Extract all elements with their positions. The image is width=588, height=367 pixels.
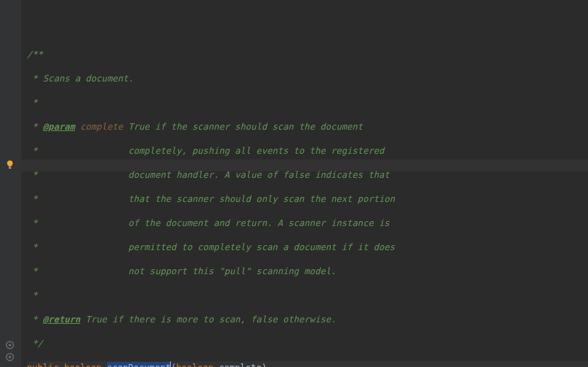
doc-line: *	[27, 97, 38, 108]
doc-line: * Scans a document.	[27, 73, 134, 84]
svg-rect-0	[9, 167, 11, 168]
bulb-icon[interactable]	[5, 159, 15, 169]
doc-line: *	[27, 193, 128, 204]
keyword-boolean: boolean	[64, 362, 102, 367]
doc-line: *	[27, 121, 43, 132]
doc-line: *	[27, 266, 128, 276]
implements-marker-icon[interactable]	[5, 340, 15, 350]
implements-marker-icon[interactable]	[5, 352, 15, 362]
method-name: scanDocument	[107, 362, 171, 367]
doc-line: *	[27, 218, 128, 228]
svg-rect-1	[9, 168, 11, 169]
keyword-public: public	[27, 362, 59, 367]
doc-line: *	[27, 169, 128, 180]
doc-param-name: complete	[80, 121, 123, 132]
doc-line: *	[27, 145, 128, 156]
doc-line: *	[27, 290, 38, 300]
code-area[interactable]: /** * Scans a document. * * @param compl…	[21, 0, 588, 367]
doc-param-tag: @param	[43, 121, 75, 132]
doc-return-desc: True if there is more to scan, false oth…	[86, 314, 337, 324]
gutter	[0, 0, 21, 367]
code-editor[interactable]: /** * Scans a document. * * @param compl…	[0, 0, 588, 367]
doc-line: *	[27, 242, 128, 252]
doc-open: /**	[27, 49, 43, 60]
doc-param-desc: True if the scanner should scan the docu…	[128, 121, 363, 132]
doc-return-tag: @return	[43, 314, 81, 324]
doc-close: */	[27, 338, 43, 349]
doc-line: *	[27, 314, 43, 324]
